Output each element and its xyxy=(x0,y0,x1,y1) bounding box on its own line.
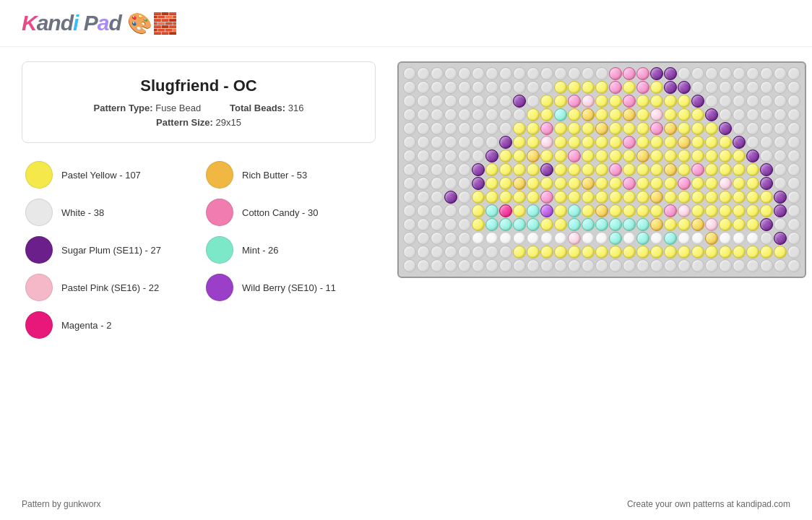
bead xyxy=(582,150,595,162)
bead xyxy=(746,218,759,231)
bead xyxy=(719,150,732,162)
bead xyxy=(650,150,663,162)
bead xyxy=(719,163,732,176)
bead xyxy=(787,191,800,204)
bead xyxy=(787,136,800,149)
pattern-size: Pattern Size: 29x15 xyxy=(44,117,353,128)
pattern-size-value: 29x15 xyxy=(215,117,241,128)
bead xyxy=(609,204,622,217)
bead xyxy=(760,177,773,190)
bead xyxy=(527,150,540,162)
bead xyxy=(636,150,649,162)
bead xyxy=(650,81,663,94)
bead xyxy=(554,246,567,259)
color-swatch xyxy=(25,274,53,301)
bead xyxy=(719,95,732,108)
bead xyxy=(733,204,746,217)
bead xyxy=(485,150,498,162)
bead xyxy=(582,232,595,245)
bead xyxy=(403,122,416,135)
bead xyxy=(650,95,663,108)
bead xyxy=(609,218,622,231)
right-panel xyxy=(397,61,806,339)
bead xyxy=(444,232,457,245)
bead xyxy=(664,95,677,108)
pattern-info-card: Slugfriend - OC Pattern Type: Fuse Bead … xyxy=(22,61,376,143)
bead xyxy=(554,122,567,135)
bead xyxy=(513,108,526,121)
bead xyxy=(774,108,787,121)
bead xyxy=(760,81,773,94)
bead xyxy=(636,177,649,190)
bead xyxy=(540,81,553,94)
bead xyxy=(787,204,800,217)
bead xyxy=(746,122,759,135)
bead xyxy=(664,81,677,94)
bead xyxy=(719,136,732,149)
bead xyxy=(417,218,430,231)
bead xyxy=(472,246,485,259)
bead xyxy=(513,246,526,259)
bead xyxy=(746,67,759,80)
bead xyxy=(691,204,704,217)
bead xyxy=(444,259,457,272)
bead xyxy=(678,122,691,135)
bead xyxy=(760,95,773,108)
bead xyxy=(472,163,485,176)
bead xyxy=(760,259,773,272)
bead xyxy=(691,177,704,190)
bead xyxy=(774,246,787,259)
bead xyxy=(568,150,581,162)
bead xyxy=(554,232,567,245)
bead xyxy=(485,81,498,94)
bead xyxy=(458,191,471,204)
bead xyxy=(513,67,526,80)
bead xyxy=(417,136,430,149)
bead xyxy=(444,136,457,149)
bead xyxy=(774,191,787,204)
bead xyxy=(719,232,732,245)
bead xyxy=(472,191,485,204)
bead xyxy=(444,67,457,80)
bead xyxy=(554,150,567,162)
bead xyxy=(444,163,457,176)
bead xyxy=(678,204,691,217)
color-name: Wild Berry (SE10) - 11 xyxy=(242,282,336,293)
bead xyxy=(458,122,471,135)
bead xyxy=(472,259,485,272)
bead xyxy=(403,81,416,94)
bead xyxy=(705,191,718,204)
bead xyxy=(733,95,746,108)
logo-icon: 🎨🧱 xyxy=(127,12,178,35)
bead xyxy=(417,95,430,108)
bead xyxy=(650,163,663,176)
bead xyxy=(458,232,471,245)
bead xyxy=(527,122,540,135)
bead xyxy=(609,81,622,94)
bead xyxy=(650,191,663,204)
bead xyxy=(664,122,677,135)
bead xyxy=(568,122,581,135)
bead xyxy=(650,67,663,80)
bead xyxy=(540,259,553,272)
bead xyxy=(431,218,444,231)
bead xyxy=(760,204,773,217)
bead xyxy=(458,95,471,108)
bead xyxy=(513,136,526,149)
bead xyxy=(499,122,512,135)
bead xyxy=(691,122,704,135)
color-swatch xyxy=(25,311,53,339)
bead xyxy=(527,67,540,80)
bead xyxy=(719,259,732,272)
bead xyxy=(485,108,498,121)
bead xyxy=(595,204,608,217)
bead xyxy=(582,136,595,149)
bead xyxy=(691,191,704,204)
bead xyxy=(636,163,649,176)
bead xyxy=(609,191,622,204)
bead xyxy=(595,81,608,94)
bead xyxy=(582,177,595,190)
bead xyxy=(595,259,608,272)
bead xyxy=(417,67,430,80)
bead xyxy=(787,150,800,162)
